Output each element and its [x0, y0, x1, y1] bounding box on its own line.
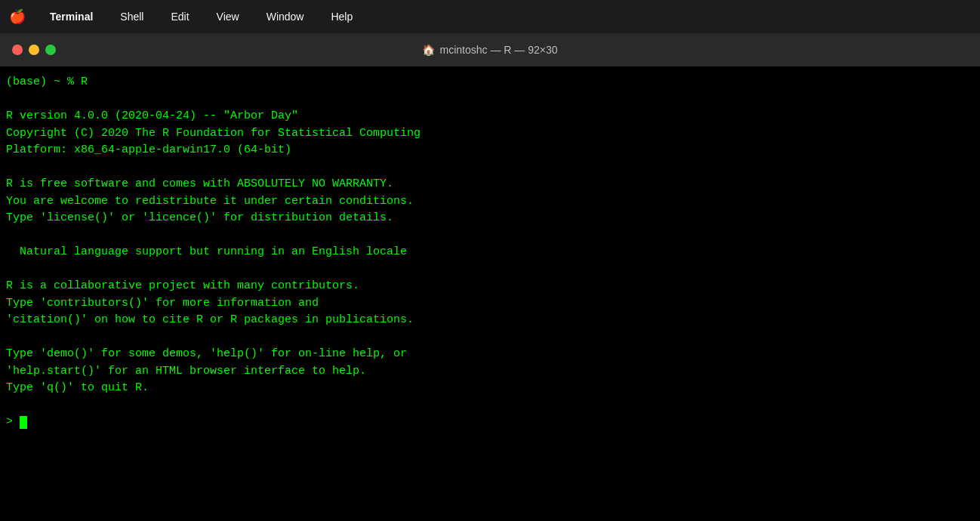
terminal-line: R is free software and comes with ABSOLU…	[6, 176, 974, 193]
terminal-line: (base) ~ % R	[6, 74, 974, 91]
menu-help[interactable]: Help	[325, 8, 359, 26]
terminal-line: Type 'contributors()' for more informati…	[6, 295, 974, 313]
terminal-line: Type 'q()' to quit R.	[6, 380, 974, 397]
menu-edit[interactable]: Edit	[165, 8, 195, 26]
terminal-body[interactable]: (base) ~ % RR version 4.0.0 (2020-04-24)…	[0, 66, 980, 521]
cursor	[20, 416, 27, 429]
title-label: mcintoshc — R — 92×30	[439, 44, 557, 56]
maximize-button[interactable]	[45, 45, 56, 55]
terminal-line: R is a collaborative project with many c…	[6, 278, 974, 295]
menu-shell[interactable]: Shell	[114, 8, 149, 26]
title-icon: 🏠	[422, 44, 435, 56]
terminal-empty-line	[6, 397, 974, 415]
menu-view[interactable]: View	[211, 8, 245, 26]
terminal-empty-line	[6, 91, 974, 109]
terminal-line: Type 'demo()' for some demos, 'help()' f…	[6, 346, 974, 363]
terminal-empty-line	[6, 159, 974, 177]
terminal-line: Type 'license()' or 'licence()' for dist…	[6, 210, 974, 227]
terminal-line: 'citation()' on how to cite R or R packa…	[6, 312, 974, 329]
menu-window[interactable]: Window	[260, 8, 310, 26]
terminal-line: 'help.start()' for an HTML browser inter…	[6, 363, 974, 381]
close-button[interactable]	[12, 45, 23, 55]
terminal-line: Natural language support but running in …	[6, 244, 974, 261]
terminal-line: You are welcome to redistribute it under…	[6, 193, 974, 211]
terminal-line: R version 4.0.0 (2020-04-24) -- "Arbor D…	[6, 108, 974, 125]
terminal-line: Copyright (C) 2020 The R Foundation for …	[6, 125, 974, 143]
prompt-text: >	[6, 414, 20, 431]
title-bar: 🏠 mcintoshc — R — 92×30	[0, 33, 980, 66]
terminal-empty-line	[6, 261, 974, 279]
minimize-button[interactable]	[29, 45, 39, 55]
window-title: 🏠 mcintoshc — R — 92×30	[422, 44, 557, 56]
terminal-line: Platform: x86_64-apple-darwin17.0 (64-bi…	[6, 142, 974, 159]
terminal-empty-line	[6, 227, 974, 245]
terminal-empty-line	[6, 329, 974, 347]
window-controls	[12, 45, 56, 55]
menu-bar: 🍎 Terminal Shell Edit View Window Help	[0, 0, 980, 33]
menu-terminal[interactable]: Terminal	[44, 8, 99, 26]
terminal-prompt[interactable]: >	[6, 414, 974, 431]
apple-menu[interactable]: 🍎	[9, 8, 26, 25]
